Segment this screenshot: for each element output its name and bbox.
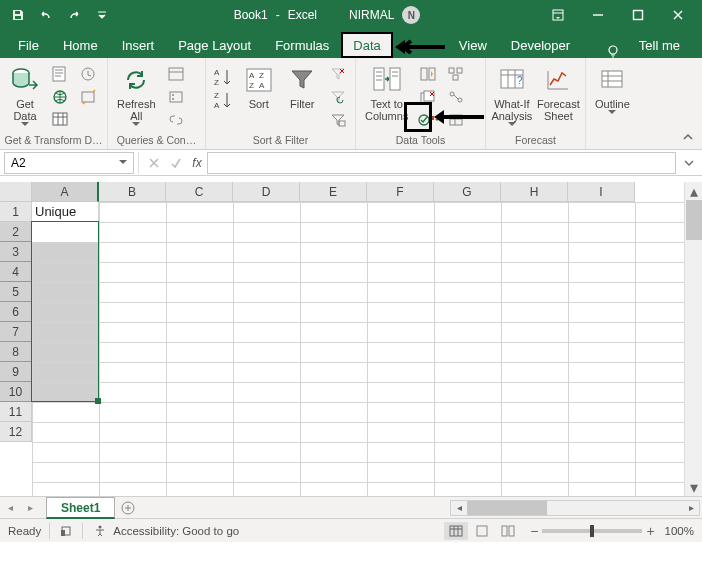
- cell-A1[interactable]: Unique: [32, 202, 99, 222]
- tab-view[interactable]: View: [447, 32, 499, 58]
- existing-connections-icon[interactable]: [78, 87, 100, 107]
- edit-links-icon[interactable]: [165, 110, 187, 130]
- tab-scroll-left-icon[interactable]: ◂: [0, 497, 20, 518]
- row-header-4[interactable]: 4: [0, 262, 32, 282]
- horizontal-scrollbar[interactable]: ◂ ▸: [450, 500, 700, 516]
- text-to-columns-icon: [371, 64, 403, 96]
- scroll-right-icon[interactable]: ▸: [683, 502, 699, 513]
- normal-view-icon[interactable]: [444, 522, 468, 540]
- col-header-I[interactable]: I: [568, 182, 635, 202]
- row-header-12[interactable]: 12: [0, 422, 32, 442]
- sort-za-icon[interactable]: ZA: [212, 91, 234, 111]
- cell-grid[interactable]: /*cells generated below via JS-like but …: [32, 202, 684, 496]
- page-layout-view-icon[interactable]: [470, 522, 494, 540]
- col-header-E[interactable]: E: [300, 182, 367, 202]
- fx-icon[interactable]: fx: [187, 156, 207, 170]
- zoom-level[interactable]: 100%: [665, 525, 694, 537]
- row-header-3[interactable]: 3: [0, 242, 32, 262]
- row-header-5[interactable]: 5: [0, 282, 32, 302]
- redo-icon[interactable]: [60, 1, 88, 29]
- page-break-view-icon[interactable]: [496, 522, 520, 540]
- what-if-button[interactable]: ? What-If Analysis: [489, 60, 535, 126]
- sort-button[interactable]: AZZA Sort: [237, 60, 281, 110]
- zoom-slider[interactable]: [542, 529, 642, 533]
- macro-record-icon[interactable]: [58, 525, 74, 537]
- row-header-2[interactable]: 2: [0, 222, 32, 242]
- ribbon-options-icon[interactable]: [538, 0, 578, 30]
- sort-az-icon[interactable]: AZ: [212, 68, 234, 88]
- row-header-6[interactable]: 6: [0, 302, 32, 322]
- hscroll-thumb[interactable]: [467, 501, 547, 515]
- expand-formula-bar-icon[interactable]: [680, 152, 698, 174]
- vertical-scrollbar[interactable]: ▴ ▾: [684, 182, 702, 496]
- save-icon[interactable]: [4, 1, 32, 29]
- maximize-icon[interactable]: [618, 0, 658, 30]
- recent-sources-icon[interactable]: [78, 64, 100, 84]
- col-header-G[interactable]: G: [434, 182, 501, 202]
- consolidate-icon[interactable]: [445, 64, 467, 84]
- advanced-filter-icon[interactable]: [327, 110, 349, 130]
- collapse-ribbon-icon[interactable]: [680, 129, 696, 145]
- zoom-handle[interactable]: [590, 525, 594, 537]
- cell-A2[interactable]: [32, 222, 99, 242]
- formula-bar[interactable]: [207, 152, 676, 174]
- lightbulb-icon[interactable]: [603, 44, 623, 58]
- user-avatar[interactable]: N: [402, 6, 420, 24]
- tab-page-layout[interactable]: Page Layout: [166, 32, 263, 58]
- col-header-H[interactable]: H: [501, 182, 568, 202]
- sheet-tab-sheet1[interactable]: Sheet1: [46, 497, 115, 519]
- relationships-icon[interactable]: [445, 87, 467, 107]
- tab-developer[interactable]: Developer: [499, 32, 582, 58]
- undo-icon[interactable]: [32, 1, 60, 29]
- clear-filter-icon[interactable]: [327, 64, 349, 84]
- enter-icon[interactable]: [165, 152, 187, 174]
- col-header-B[interactable]: B: [99, 182, 166, 202]
- scroll-down-icon[interactable]: ▾: [685, 478, 702, 496]
- tab-insert[interactable]: Insert: [110, 32, 167, 58]
- reapply-icon[interactable]: [327, 87, 349, 107]
- col-header-F[interactable]: F: [367, 182, 434, 202]
- minimize-icon[interactable]: [578, 0, 618, 30]
- row-header-1[interactable]: 1: [0, 202, 32, 222]
- col-header-C[interactable]: C: [166, 182, 233, 202]
- close-icon[interactable]: [658, 0, 698, 30]
- outline-button[interactable]: Outline: [589, 60, 636, 114]
- row-header-10[interactable]: 10: [0, 382, 32, 402]
- from-text-icon[interactable]: [50, 64, 72, 84]
- zoom-in-icon[interactable]: +: [646, 523, 654, 539]
- tab-formulas[interactable]: Formulas: [263, 32, 341, 58]
- tab-scroll-right-icon[interactable]: ▸: [20, 497, 40, 518]
- scroll-thumb[interactable]: [686, 200, 702, 240]
- new-sheet-button[interactable]: [115, 497, 141, 518]
- filter-button[interactable]: Filter: [281, 60, 325, 110]
- flash-fill-icon[interactable]: [417, 64, 439, 84]
- cancel-icon[interactable]: [143, 152, 165, 174]
- row-header-7[interactable]: 7: [0, 322, 32, 342]
- from-table-icon[interactable]: [50, 110, 72, 130]
- from-web-icon[interactable]: [50, 87, 72, 107]
- col-header-D[interactable]: D: [233, 182, 300, 202]
- worksheet-grid[interactable]: A B C D E F G H I 1 2 3 4 5 6 7 8 9 10 1…: [0, 176, 702, 496]
- scroll-left-icon[interactable]: ◂: [451, 502, 467, 513]
- svg-text:A: A: [214, 101, 220, 110]
- accessibility-status[interactable]: Accessibility: Good to go: [113, 525, 239, 537]
- col-header-A[interactable]: A: [32, 182, 99, 202]
- tell-me[interactable]: Tell me: [627, 32, 696, 58]
- qat-dropdown-icon[interactable]: [88, 1, 116, 29]
- refresh-all-button[interactable]: Refresh All: [111, 60, 162, 126]
- name-box[interactable]: A2: [4, 152, 134, 174]
- accessibility-icon[interactable]: [91, 524, 109, 538]
- zoom-out-icon[interactable]: −: [530, 523, 538, 539]
- get-data-button[interactable]: Get Data: [3, 60, 47, 126]
- scroll-up-icon[interactable]: ▴: [685, 182, 702, 200]
- queries-connections-icon[interactable]: [165, 64, 187, 84]
- forecast-sheet-button[interactable]: Forecast Sheet: [535, 60, 582, 122]
- tab-home[interactable]: Home: [51, 32, 110, 58]
- row-header-11[interactable]: 11: [0, 402, 32, 422]
- tab-file[interactable]: File: [6, 32, 51, 58]
- select-all-corner[interactable]: [0, 182, 32, 202]
- row-header-9[interactable]: 9: [0, 362, 32, 382]
- row-header-8[interactable]: 8: [0, 342, 32, 362]
- properties-icon[interactable]: [165, 87, 187, 107]
- tab-data[interactable]: Data: [341, 32, 392, 58]
